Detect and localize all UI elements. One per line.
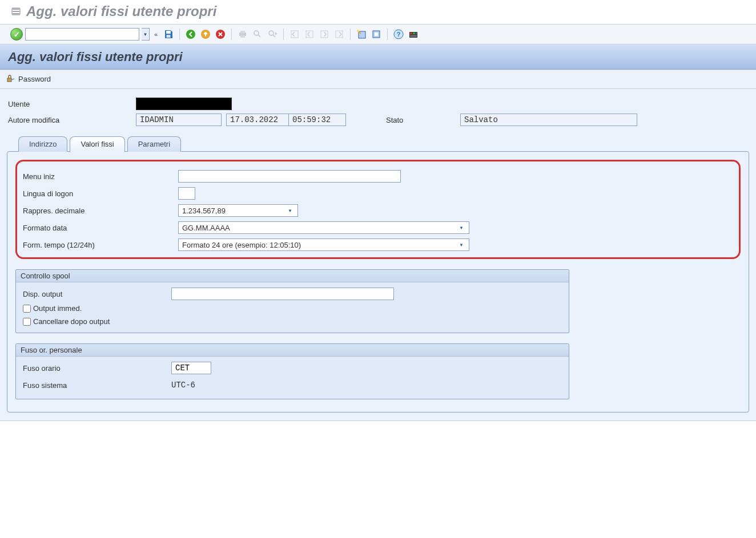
- back-green-icon[interactable]: [184, 28, 197, 41]
- next-page-icon: [318, 28, 331, 41]
- command-dropdown-icon[interactable]: ▼: [142, 28, 150, 41]
- find-next-icon: [266, 28, 279, 41]
- chevron-down-icon: ▼: [456, 242, 467, 248]
- formato-data-label: Formato data: [23, 224, 178, 232]
- svg-rect-22: [410, 33, 412, 34]
- form-tempo-select[interactable]: Formato 24 ore (esempio: 12:05:10) ▼: [178, 238, 469, 251]
- svg-point-10: [269, 31, 274, 35]
- svg-rect-24: [416, 33, 417, 34]
- autore-modifica-time: 05:59:32: [289, 114, 346, 126]
- timezone-group-title: Fuso or. personale: [16, 344, 569, 357]
- formato-data-value: GG.MM.AAAA: [179, 224, 234, 232]
- fuso-sistema-label: Fuso sistema: [23, 381, 171, 390]
- fuso-orario-input[interactable]: [171, 362, 211, 374]
- main-toolbar: ▼ « ?: [0, 25, 756, 45]
- layout-icon[interactable]: [407, 28, 420, 41]
- password-icon: [6, 73, 16, 85]
- fuso-sistema-value: UTC-6: [171, 381, 195, 390]
- menu-iniz-input[interactable]: [178, 170, 401, 183]
- disp-output-label: Disp. output: [23, 290, 171, 298]
- password-button[interactable]: Password: [18, 75, 51, 83]
- back-angle-icon[interactable]: «: [152, 28, 160, 41]
- chevron-down-icon: ▼: [456, 225, 467, 230]
- stato-label: Stato: [386, 116, 460, 124]
- content-area: Utente Autore modifica IDADMIN 17.03.202…: [0, 89, 756, 421]
- svg-rect-18: [375, 33, 378, 36]
- last-page-icon: [333, 28, 345, 41]
- tab-parametri[interactable]: Parametri: [127, 136, 181, 152]
- svg-rect-8: [240, 35, 245, 38]
- disp-output-input[interactable]: [171, 288, 394, 300]
- svg-rect-2: [167, 35, 171, 38]
- form-tempo-value: Formato 24 ore (esempio: 12:05:10): [179, 241, 304, 249]
- rappres-decimale-select[interactable]: 1.234.567,89 ▼: [178, 204, 298, 217]
- tab-body: Menu iniz Lingua di logon Rappres. decim…: [7, 151, 749, 412]
- lingua-logon-label: Lingua di logon: [23, 189, 178, 198]
- form-tempo-label: Form. tempo (12/24h): [23, 241, 178, 249]
- autore-modifica-value: IDADMIN: [136, 114, 222, 126]
- cancel-red-icon[interactable]: [214, 28, 227, 41]
- autore-modifica-date: 17.03.2022: [226, 114, 289, 126]
- create-shortcut-icon[interactable]: [370, 28, 383, 41]
- rappres-decimale-label: Rappres. decimale: [23, 207, 178, 215]
- lingua-logon-input[interactable]: [178, 187, 195, 200]
- svg-point-3: [186, 30, 195, 39]
- spool-groupbox: Controllo spool Disp. output Output imme…: [15, 269, 569, 333]
- new-session-icon[interactable]: [355, 28, 368, 41]
- timezone-groupbox: Fuso or. personale Fuso orario Fuso sist…: [15, 343, 569, 399]
- svg-rect-12: [306, 31, 313, 38]
- exit-orange-icon[interactable]: [199, 28, 212, 41]
- svg-rect-13: [321, 31, 328, 38]
- stato-value: Salvato: [460, 114, 637, 126]
- svg-rect-25: [410, 35, 417, 37]
- output-immed-label: Output immed.: [33, 304, 82, 313]
- utente-label: Utente: [6, 100, 136, 108]
- autore-modifica-label: Autore modifica: [6, 116, 136, 124]
- ok-status-icon[interactable]: [10, 28, 23, 41]
- first-page-icon: [288, 28, 301, 41]
- utente-field[interactable]: [136, 98, 232, 110]
- print-icon: [236, 28, 249, 41]
- cancellare-dopo-label: Cancellare dopo output: [33, 317, 110, 326]
- spool-group-title: Controllo spool: [16, 270, 569, 282]
- svg-point-16: [357, 30, 359, 32]
- prev-page-icon: [303, 28, 316, 41]
- window-title: Agg. valori fissi utente propri: [26, 3, 216, 19]
- svg-text:?: ?: [397, 31, 401, 38]
- fuso-orario-label: Fuso orario: [23, 364, 171, 373]
- rappres-decimale-value: 1.234.567,89: [179, 207, 229, 215]
- find-icon: [251, 28, 264, 41]
- svg-rect-23: [413, 33, 415, 34]
- help-icon[interactable]: ?: [392, 28, 405, 41]
- tab-indirizzo[interactable]: Indirizzo: [18, 136, 67, 152]
- svg-rect-1: [166, 31, 171, 34]
- highlighted-defaults-group: Menu iniz Lingua di logon Rappres. decim…: [15, 160, 741, 259]
- svg-point-9: [254, 31, 259, 35]
- page-title: Agg. valori fissi utente propri: [0, 45, 756, 70]
- formato-data-select[interactable]: GG.MM.AAAA ▼: [178, 221, 469, 234]
- menu-icon[interactable]: [11, 3, 21, 19]
- chevron-down-icon: ▼: [284, 208, 296, 213]
- command-input[interactable]: [25, 28, 139, 41]
- output-immed-checkbox[interactable]: [23, 305, 31, 313]
- sub-toolbar: Password: [0, 70, 756, 89]
- tab-valori-fissi[interactable]: Valori fissi: [70, 136, 124, 152]
- menu-iniz-label: Menu iniz: [23, 172, 178, 181]
- svg-rect-7: [240, 31, 245, 33]
- cancellare-dopo-checkbox[interactable]: [23, 318, 31, 326]
- window-title-bar: Agg. valori fissi utente propri: [0, 0, 756, 25]
- save-icon[interactable]: [162, 28, 175, 41]
- svg-rect-26: [7, 78, 11, 82]
